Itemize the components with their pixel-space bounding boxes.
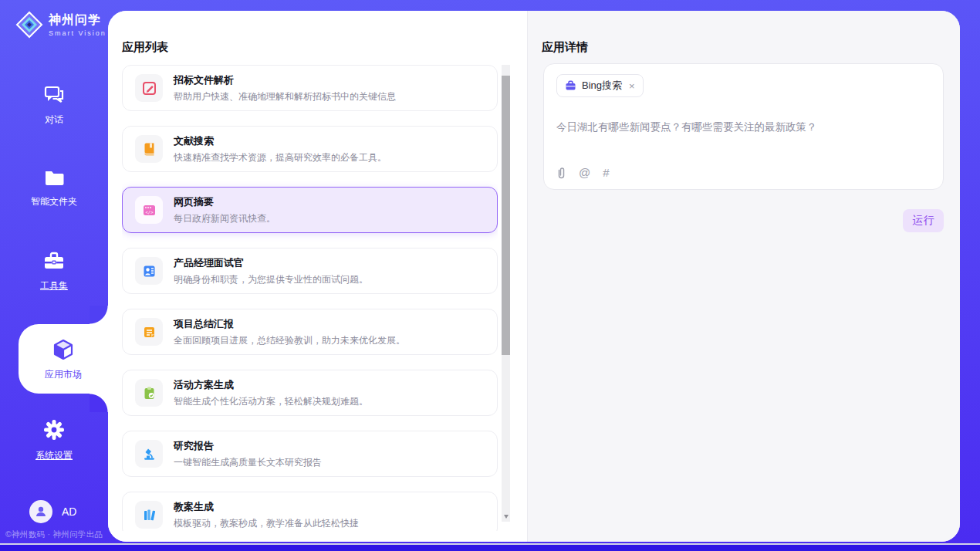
diamond-logo-icon — [15, 11, 43, 39]
app-card-title: 产品经理面试官 — [174, 256, 368, 270]
app-card-title: 招标文件解析 — [174, 73, 396, 87]
app-list-title: 应用列表 — [122, 40, 168, 55]
app-card-title: 项目总结汇报 — [174, 317, 405, 331]
toolbox-icon — [43, 251, 65, 271]
report-note-icon — [135, 318, 163, 346]
sidebar-item-toolset[interactable]: 工具集 — [0, 251, 108, 292]
close-icon[interactable]: × — [629, 80, 635, 92]
book-icon — [135, 135, 163, 163]
interviewer-icon — [135, 257, 163, 285]
mention-icon[interactable]: @ — [579, 166, 590, 179]
copyright-footer: ©神州数码 · 神州问学出品 — [5, 529, 113, 540]
briefcase-icon — [565, 80, 576, 91]
run-button[interactable]: 运行 — [903, 209, 944, 232]
sidebar-item-label: 应用市场 — [19, 368, 108, 381]
gear-icon — [43, 419, 65, 441]
brand-title: 神州问学 — [49, 12, 106, 29]
user-menu[interactable]: AD — [29, 500, 76, 523]
sidebar-item-chat[interactable]: 对话 — [0, 85, 108, 127]
app-card-desc: 快速精准查找学术资源，提高研究效率的必备工具。 — [174, 151, 387, 164]
sidebar: 神州问学 Smart Vision 对话 智能文件夹 工具集 — [0, 0, 108, 551]
user-avatar-icon — [34, 505, 48, 519]
chat-icon — [43, 85, 65, 105]
sidebar-item-label: 系统设置 — [0, 449, 108, 462]
app-card-desc: 明确身份和职责，为您提供专业性的面试问题。 — [174, 273, 368, 286]
brand-subtitle: Smart Vision — [49, 29, 106, 37]
app-list-panel: 应用列表 招标文件解析 帮助用户快速、准确地理解和解析招标书中的关键信息 文献搜… — [108, 11, 527, 542]
user-name: AD — [62, 505, 76, 518]
avatar — [29, 500, 52, 523]
app-card-desc: 每日政府新闻资讯快查。 — [174, 212, 275, 225]
sidebar-item-app-market[interactable]: 应用市场 — [19, 324, 108, 394]
clipboard-check-icon — [135, 379, 163, 407]
app-card-web-summary[interactable]: </> 网页摘要 每日政府新闻资讯快查。 — [122, 187, 498, 233]
tool-tag-bing-search[interactable]: Bing搜索 × — [556, 74, 644, 97]
svg-text:</>: </> — [145, 209, 154, 214]
query-input[interactable]: 今日湖北有哪些新闻要点？有哪些需要关注的最新政策？ — [556, 120, 931, 134]
app-card-research-report[interactable]: 研究报告 一键智能生成高质量长文本研究报告 — [122, 431, 498, 477]
app-card-desc: 智能生成个性化活动方案，轻松解决规划难题。 — [174, 395, 368, 408]
app-card-title: 网页摘要 — [174, 195, 275, 209]
books-icon — [135, 501, 163, 529]
sidebar-item-label: 工具集 — [0, 279, 108, 292]
cube-icon — [52, 338, 75, 361]
scrollbar-thumb[interactable] — [502, 76, 510, 355]
app-card-desc: 全面回顾项目进展，总结经验教训，助力未来优化发展。 — [174, 334, 405, 347]
bottom-bar — [0, 543, 980, 551]
main-content: 应用列表 招标文件解析 帮助用户快速、准确地理解和解析招标书中的关键信息 文献搜… — [108, 11, 960, 542]
sidebar-item-settings[interactable]: 系统设置 — [0, 419, 108, 462]
app-card-list: 招标文件解析 帮助用户快速、准确地理解和解析招标书中的关键信息 文献搜索 快速精… — [122, 65, 498, 531]
active-tab-curve-bottom — [90, 394, 108, 412]
app-card-project-summary[interactable]: 项目总结汇报 全面回顾项目进展，总结经验教训，助力未来优化发展。 — [122, 309, 498, 355]
app-card-title: 教案生成 — [174, 500, 359, 514]
app-card-desc: 帮助用户快速、准确地理解和解析招标书中的关键信息 — [174, 90, 396, 103]
app-card-title: 活动方案生成 — [174, 378, 368, 392]
app-card-desc: 一键智能生成高质量长文本研究报告 — [174, 456, 322, 469]
sidebar-item-smart-folder[interactable]: 智能文件夹 — [0, 168, 108, 208]
scroll-down-arrow[interactable] — [502, 512, 510, 522]
hash-icon[interactable]: # — [603, 166, 609, 179]
sidebar-item-label: 对话 — [0, 113, 108, 127]
brand-logo: 神州问学 Smart Vision — [15, 11, 106, 39]
app-card-pm-interviewer[interactable]: 产品经理面试官 明确身份和职责，为您提供专业性的面试问题。 — [122, 248, 498, 294]
app-detail-panel: 应用详情 Bing搜索 × 今日湖北有哪些新闻要点？有哪些需要关注的最新政策？ … — [527, 11, 960, 542]
folder-icon — [43, 168, 65, 187]
attachment-icon[interactable] — [556, 167, 566, 179]
app-detail-title: 应用详情 — [542, 40, 588, 55]
app-card-bid-analysis[interactable]: 招标文件解析 帮助用户快速、准确地理解和解析招标书中的关键信息 — [122, 65, 498, 111]
tool-tag-label: Bing搜索 — [582, 79, 622, 93]
browser-code-icon: </> — [135, 196, 163, 224]
active-tab-curve-top — [90, 306, 108, 324]
sidebar-item-label: 智能文件夹 — [0, 195, 108, 208]
app-card-title: 研究报告 — [174, 439, 322, 453]
app-card-event-plan[interactable]: 活动方案生成 智能生成个性化活动方案，轻松解决规划难题。 — [122, 370, 498, 416]
app-card-desc: 模板驱动，教案秒成，教学准备从此轻松快捷 — [174, 517, 359, 530]
app-card-title: 文献搜索 — [174, 134, 387, 148]
app-card-lesson-plan[interactable]: 教案生成 模板驱动，教案秒成，教学准备从此轻松快捷 — [122, 492, 498, 531]
composer-toolbar: @ # — [556, 166, 610, 179]
app-list-scrollbar[interactable] — [502, 65, 510, 522]
edit-document-icon — [135, 74, 163, 102]
app-card-literature-search[interactable]: 文献搜索 快速精准查找学术资源，提高研究效率的必备工具。 — [122, 126, 498, 172]
query-composer: Bing搜索 × 今日湖北有哪些新闻要点？有哪些需要关注的最新政策？ @ # — [543, 63, 944, 190]
microscope-icon — [135, 440, 163, 468]
